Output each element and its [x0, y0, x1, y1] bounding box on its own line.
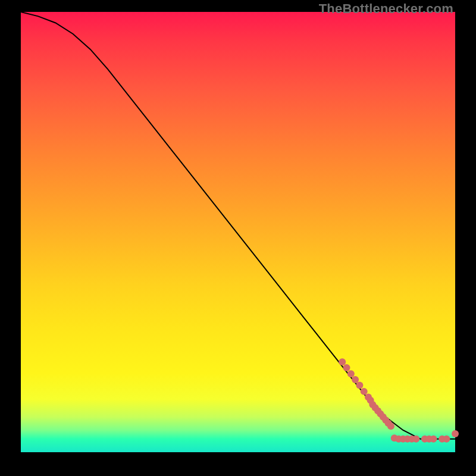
- chart-data-point: [339, 358, 346, 365]
- chart-data-point: [387, 422, 394, 430]
- chart-data-point: [443, 436, 450, 443]
- chart-line: [21, 12, 455, 439]
- chart-plot-area: [21, 12, 455, 452]
- chart-data-point: [430, 436, 437, 443]
- chart-data-point: [347, 370, 355, 377]
- chart-dots-layer: [339, 358, 459, 443]
- chart-data-point: [352, 376, 359, 383]
- chart-data-point: [343, 364, 350, 371]
- chart-svg: [21, 12, 455, 452]
- chart-data-point: [452, 430, 459, 437]
- chart-data-point: [361, 388, 368, 395]
- chart-line-layer: [21, 12, 455, 439]
- chart-stage: TheBottlenecker.com: [0, 0, 476, 476]
- chart-data-point: [356, 382, 363, 389]
- watermark-label: TheBottlenecker.com: [319, 1, 453, 17]
- chart-data-point: [412, 436, 419, 443]
